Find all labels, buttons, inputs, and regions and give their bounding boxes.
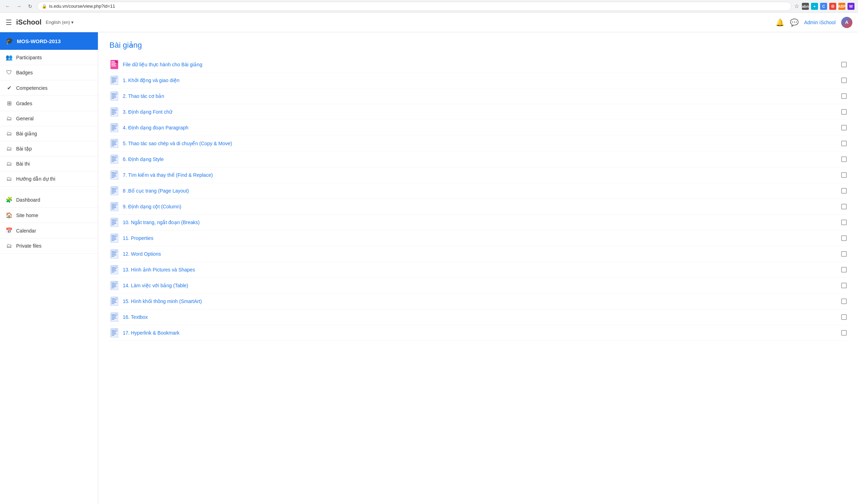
sidebar-item-label: Badges (16, 70, 33, 75)
svg-rect-20 (112, 98, 114, 99)
lesson-checkbox[interactable] (841, 220, 847, 225)
svg-rect-104 (112, 267, 115, 268)
lesson-link[interactable]: 13. Hình ảnh Pictures và Shapes (123, 267, 195, 273)
back-button[interactable]: ← (4, 2, 12, 11)
lesson-link[interactable]: 5. Thao tác sao chép và di chuyển (Copy … (123, 141, 232, 146)
list-item: 10. Ngắt trang, ngắt đoạn (Breaks) (109, 215, 847, 230)
lesson-link[interactable]: 1. Khởi động và giao diện (123, 78, 180, 83)
lesson-link[interactable]: 3. Định dạng Font chữ (123, 109, 172, 115)
document-icon (109, 328, 119, 338)
lesson-link[interactable]: 14. Làm việc với bảng (Table) (123, 283, 188, 288)
lesson-checkbox[interactable] (841, 283, 847, 288)
ext-blue[interactable]: + (811, 3, 818, 10)
lesson-link[interactable]: 8 .Bố cục trang (Page Layout) (123, 188, 189, 194)
reload-button[interactable]: ↻ (26, 2, 34, 11)
svg-rect-84 (112, 224, 114, 225)
svg-rect-11 (112, 81, 116, 82)
participants-icon: 👥 (6, 54, 13, 61)
sidebar-item-bai-tap[interactable]: 🗂 Bài tập (0, 141, 98, 156)
lesson-link[interactable]: 17. Hyperlink & Bookmark (123, 330, 180, 336)
lesson-checkbox[interactable] (841, 78, 847, 83)
sidebar-item-label: Private files (16, 243, 41, 249)
lesson-link[interactable]: 9. Định dạng cột (Column) (123, 204, 181, 209)
document-icon (109, 186, 119, 196)
lesson-link[interactable]: 16. Textbox (123, 314, 148, 320)
admin-name[interactable]: Admin iSchool (804, 20, 836, 25)
lesson-checkbox[interactable] (841, 141, 847, 146)
svg-rect-26 (112, 112, 116, 112)
lesson-link[interactable]: 10. Ngắt trang, ngắt đoạn (Breaks) (123, 220, 200, 225)
forward-button[interactable]: → (15, 2, 23, 11)
lesson-link[interactable]: File dữ liệu thực hành cho Bài giảng (123, 62, 202, 67)
sidebar-item-badges[interactable]: 🛡 Badges (0, 65, 98, 80)
document-icon (109, 312, 119, 322)
document-icon (109, 296, 119, 306)
avatar[interactable]: A (841, 17, 852, 28)
address-bar[interactable]: 🔒 is.edu.vn/course/view.php?id=11 (37, 2, 791, 11)
svg-rect-60 (112, 177, 114, 178)
ext-abp[interactable]: ABP (838, 3, 845, 10)
sidebar-item-bai-giang[interactable]: 🗂 Bài giảng (0, 126, 98, 141)
svg-rect-105 (112, 268, 116, 269)
sidebar-item-dashboard[interactable]: 🧩 Dashboard (0, 192, 98, 208)
svg-rect-59 (112, 176, 116, 177)
sidebar-item-general[interactable]: 🗂 General (0, 111, 98, 126)
svg-rect-27 (112, 113, 116, 114)
list-item: 11. Properties (109, 230, 847, 246)
lesson-checkbox[interactable] (841, 298, 847, 304)
document-icon (109, 139, 119, 148)
sidebar-item-calendar[interactable]: 📅 Calendar (0, 223, 98, 238)
list-item: 16. Textbox (109, 309, 847, 325)
sidebar-item-private-files[interactable]: 🗂 Private files (0, 238, 98, 254)
course-title-block[interactable]: 🎓 MOS-WORD-2013 (0, 32, 98, 50)
sidebar-item-label: Bài thi (16, 161, 30, 167)
bookmark-icon[interactable]: ☆ (794, 3, 799, 9)
lesson-checkbox[interactable] (841, 172, 847, 178)
lesson-link[interactable]: 12. Word Options (123, 251, 161, 257)
lesson-checkbox[interactable] (841, 314, 847, 320)
document-icon (109, 265, 119, 275)
sidebar-item-site-home[interactable]: 🏠 Site home (0, 208, 98, 223)
lesson-checkbox[interactable] (841, 204, 847, 209)
sidebar-item-huong-dan[interactable]: 🗂 Hướng dẫn dự thi (0, 172, 98, 187)
lesson-checkbox[interactable] (841, 93, 847, 99)
ext-red[interactable]: ◎ (829, 3, 836, 10)
ext-abn[interactable]: abn (802, 3, 809, 10)
svg-rect-64 (112, 188, 115, 189)
lesson-checkbox[interactable] (841, 235, 847, 241)
sidebar-item-grades[interactable]: ⊞ Grades (0, 96, 98, 111)
sidebar-item-bai-thi[interactable]: 🗂 Bài thi (0, 156, 98, 172)
lesson-checkbox[interactable] (841, 125, 847, 130)
ext-w[interactable]: W (847, 3, 854, 10)
lesson-checkbox[interactable] (841, 188, 847, 194)
folder-icon: 🗂 (6, 115, 13, 122)
content-area: Bài giảng File dữ liệu thực hành cho Bài… (98, 32, 858, 504)
sidebar-item-participants[interactable]: 👥 Participants (0, 50, 98, 65)
lesson-checkbox[interactable] (841, 109, 847, 115)
lesson-checkbox[interactable] (841, 62, 847, 67)
lesson-checkbox[interactable] (841, 251, 847, 257)
browser-extensions: abn + C ◎ ABP W (802, 3, 854, 10)
lesson-link[interactable]: 6. Định dạng Style (123, 156, 164, 162)
lesson-checkbox[interactable] (841, 330, 847, 336)
lesson-link[interactable]: 15. Hình khối thông minh (SmartArt) (123, 298, 202, 304)
course-title: MOS-WORD-2013 (17, 38, 61, 44)
document-icon (109, 170, 119, 180)
svg-rect-58 (112, 175, 116, 175)
language-selector[interactable]: English (en) ▾ (46, 20, 73, 25)
svg-rect-52 (112, 161, 114, 162)
ext-c[interactable]: C (820, 3, 827, 10)
lesson-link[interactable]: 2. Thao tác cơ bản (123, 93, 164, 99)
svg-rect-48 (112, 156, 115, 157)
lesson-link[interactable]: 11. Properties (123, 235, 153, 241)
hamburger-menu[interactable]: ☰ (6, 18, 12, 27)
svg-rect-76 (112, 209, 114, 209)
notification-icon[interactable]: 🔔 (776, 18, 784, 27)
lesson-checkbox[interactable] (841, 156, 847, 162)
sidebar-item-competencies[interactable]: ✔ Competencies (0, 80, 98, 96)
lesson-checkbox[interactable] (841, 267, 847, 273)
chat-icon[interactable]: 💬 (790, 18, 799, 27)
svg-rect-122 (112, 301, 116, 302)
lesson-link[interactable]: 7. Tìm kiếm và thay thế (Find & Replace) (123, 172, 213, 178)
lesson-link[interactable]: 4. Định dạng đoạn Paragraph (123, 125, 188, 130)
